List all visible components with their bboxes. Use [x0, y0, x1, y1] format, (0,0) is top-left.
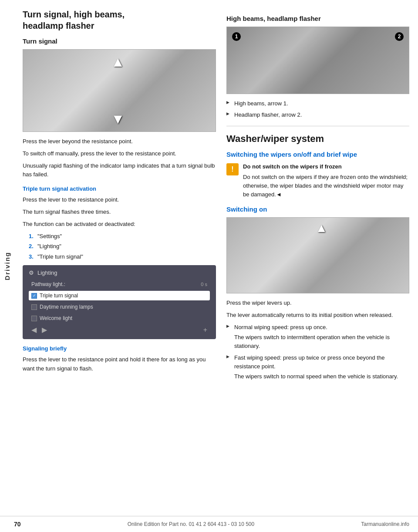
footer-edition: Online Edition for Part no. 01 41 2 604 …	[128, 521, 255, 527]
high-beams-list: High beams, arrow 1. Headlamp flasher, a…	[226, 99, 409, 119]
switching-on-heading: Switching on	[226, 205, 409, 213]
page-number: 70	[14, 521, 21, 528]
screen-left-arrow[interactable]: ◀	[29, 325, 39, 335]
section-divider	[226, 126, 409, 126]
turn-signal-image: ▲ ▼	[23, 49, 216, 132]
page-footer: 70 Online Edition for Part no. 01 41 2 6…	[0, 516, 418, 532]
triple-heading: Triple turn signal activation	[23, 185, 216, 192]
sidebar: Driving	[0, 0, 14, 532]
list-item: 1. "Settings"	[27, 232, 216, 241]
wiper-p2: The lever automatically returns to its i…	[226, 311, 409, 320]
checkbox-checked-icon: ✓	[31, 293, 37, 299]
list-item-2: Headlamp flasher, arrow 2.	[226, 111, 409, 119]
turn-signal-p1: Press the lever beyond the resistance po…	[23, 137, 216, 146]
wiper-bullet-1b: The wipers switch to intermittent operat…	[234, 333, 409, 350]
warning-icon: !	[226, 163, 239, 175]
wiper-list: Normal wiping speed: press up once. The …	[226, 323, 409, 381]
footer-website: Tarmanualonline.info	[361, 521, 409, 527]
arrow-up-icon: ▲	[111, 54, 125, 70]
wiper-arrow-up: ▲	[315, 221, 327, 235]
list-item: 3. "Triple turn signal"	[27, 253, 216, 261]
screen-pathway-row: Pathway light.: 0 s	[29, 279, 210, 289]
washer-wiper-heading: Washer/wiper system	[226, 133, 409, 145]
triple-p1: Press the lever to the resistance point.	[23, 195, 216, 204]
arrow-down-icon: ▼	[111, 111, 125, 127]
screen-title: Lighting	[37, 269, 57, 276]
warning-text: Do not switch on the wipers if frozen Do…	[243, 162, 409, 199]
high-beams-heading: High beams, headlamp flasher	[226, 15, 409, 22]
signaling-p1: Press the lever to the resistance point …	[23, 355, 216, 373]
checkbox-empty-2-icon	[31, 316, 37, 321]
turn-signal-p3: Unusually rapid flashing of the indicato…	[23, 162, 216, 179]
wiper-bullet-2b: The wipers switch to normal speed when t…	[234, 372, 409, 381]
signaling-heading: Signaling briefly	[23, 345, 216, 352]
high-beams-image: 1 2	[226, 27, 409, 94]
wiper-bullet-2: Fast wiping speed: press up twice or pre…	[226, 354, 409, 381]
screen-welcome-row[interactable]: Welcome light	[29, 313, 210, 323]
triple-p2: The turn signal flashes three times.	[23, 208, 216, 216]
badge-1: 1	[232, 32, 241, 41]
wiper-p1: Press the wiper levers up.	[226, 299, 409, 307]
settings-icon: ⚙	[29, 269, 34, 276]
triple-list: 1. "Settings" 2. "Lighting" 3. "Triple t…	[27, 232, 216, 261]
turn-signal-heading: Turn signal	[23, 37, 216, 45]
screen-title-bar: ⚙ Lighting	[29, 269, 210, 276]
screen-right-arrow[interactable]: ▶	[39, 325, 50, 335]
badge-2: 2	[395, 32, 404, 41]
screen-triple-row[interactable]: ✓ Triple turn signal	[29, 291, 210, 300]
wiper-image: ▲	[226, 217, 409, 293]
list-item: 2. "Lighting"	[27, 242, 216, 251]
warning-box: ! Do not switch on the wipers if frozen …	[226, 162, 409, 199]
triple-p3: The function can be activated or deactiv…	[23, 220, 216, 229]
right-column: High beams, headlamp flasher 1 2 High be…	[226, 9, 409, 385]
list-item-1: High beams, arrow 1.	[226, 99, 409, 108]
sidebar-label: Driving	[3, 252, 11, 280]
turn-signal-p2: To switch off manually, press the lever …	[23, 149, 216, 158]
screen-nav: ◀ ▶ +	[29, 325, 210, 335]
lighting-screen: ⚙ Lighting Pathway light.: 0 s ✓ Triple …	[23, 265, 216, 339]
left-column: Turn signal, high beams, headlamp flashe…	[23, 9, 216, 385]
warning-body: Do not switch on the wipers if they are …	[243, 173, 409, 199]
screen-daytime-row[interactable]: Daytime running lamps	[29, 302, 210, 312]
warning-title: Do not switch on the wipers if frozen	[243, 162, 409, 171]
screen-plus-icon[interactable]: +	[201, 325, 210, 335]
checkbox-empty-icon	[31, 304, 37, 310]
switching-wipers-heading: Switching the wipers on/off and brief wi…	[226, 151, 409, 158]
wiper-bullet-1: Normal wiping speed: press up once. The …	[226, 323, 409, 350]
page-title: Turn signal, high beams, headlamp flashe…	[23, 9, 216, 31]
